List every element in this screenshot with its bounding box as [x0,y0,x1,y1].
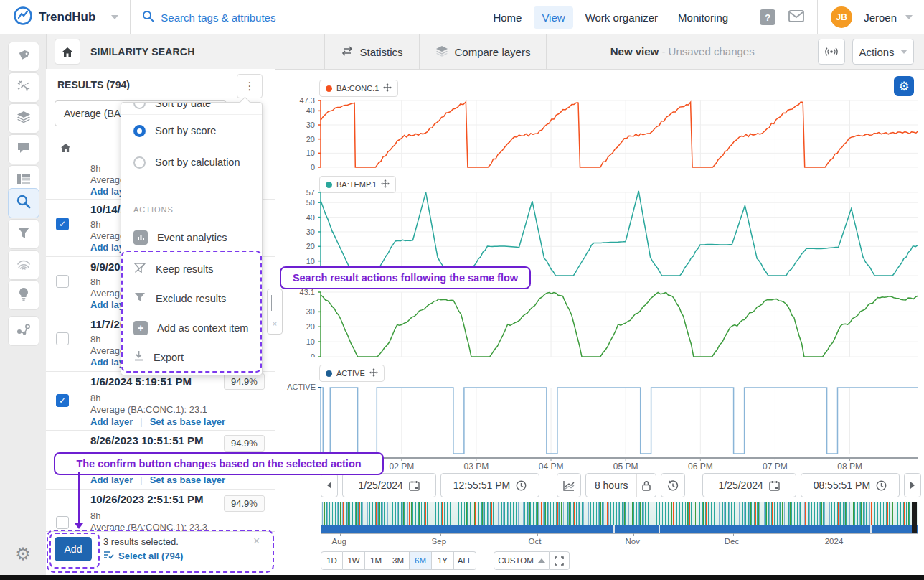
expand-range-button[interactable] [550,551,570,570]
brand-chevron-icon[interactable] [111,15,118,19]
menu-item-sort-by-calculation[interactable]: Sort by calculation [121,146,262,178]
chart-series2[interactable]: 43.13020100 [275,281,924,357]
set-base-layer-link[interactable]: Set as base layer [150,416,226,427]
drag-grip-icon [271,295,278,311]
top-bar: TrendHub Search tags & attributes Home V… [0,0,924,35]
pan-right-button[interactable] [904,473,921,497]
move-icon[interactable] [369,368,378,378]
end-date-field[interactable]: 1/25/2024 [702,473,796,497]
set-base-layer-link[interactable]: Set as base layer [150,474,226,485]
legend-ba-temp1[interactable]: BA:TEMP.1 [319,176,396,193]
live-mode-button[interactable] [818,39,845,65]
month-tick [340,533,341,536]
user-menu-chevron-icon[interactable] [905,15,913,19]
end-time-field[interactable]: 08:55:51 PM [801,473,900,497]
sidebar-item-connections[interactable] [8,316,39,346]
selection-gap [659,525,660,533]
result-checkbox[interactable] [56,516,69,529]
svg-text:0: 0 [311,352,315,357]
fingerprint-icon [16,257,31,273]
zoom-preset-all[interactable]: ALL [454,551,476,570]
actions-button[interactable]: Actions [852,39,914,65]
tab-compare-layers[interactable]: Compare layers [419,34,547,69]
sidebar-item-filter[interactable] [8,219,39,249]
confirm-add-button[interactable]: Add [55,537,92,561]
result-checkbox[interactable] [56,275,69,288]
sidebar-item-layers[interactable] [8,103,39,134]
move-icon[interactable] [383,83,392,93]
zoom-preset-6m[interactable]: 6M [410,551,432,570]
menu-item-add-context[interactable]: + Add as context item [121,313,262,342]
sidebar-item-tags[interactable] [8,42,39,72]
tab-statistics[interactable]: Statistics [324,34,419,69]
trend-compare-button[interactable] [557,473,581,497]
brand[interactable]: TrendHub [0,6,118,29]
month-tick [537,533,538,536]
add-context-icon: + [133,321,148,335]
add-layer-link[interactable]: Add layer [90,474,133,485]
view-bar: SIMILARITY SEARCH Statistics Compare lay… [0,34,924,70]
result-row-duration: 8h [90,276,100,287]
help-icon[interactable]: ? [760,9,776,25]
zoom-preset-1d[interactable]: 1D [321,551,343,570]
chart-settings-button[interactable]: ⚙ [894,76,914,96]
zoom-preset-1m[interactable]: 1M [365,551,387,570]
results-menu-button[interactable]: ⋮ [237,74,263,98]
add-layer-link[interactable]: Add layer [90,416,133,427]
nav-home[interactable]: Home [485,6,529,29]
result-checkbox[interactable] [56,332,69,345]
zoom-preset-3m[interactable]: 3M [387,551,410,570]
menu-item-sort-by-score[interactable]: Sort by score [121,115,262,146]
timeline-overview[interactable] [321,502,918,533]
dismiss-selection-icon[interactable]: × [253,535,260,548]
menu-item-sort-by-date[interactable]: Sort by date [121,103,262,115]
menu-item-exclude-results[interactable]: Exclude results [121,284,262,313]
global-search[interactable]: Search tags & attributes [131,10,275,24]
overview-now-marker [912,502,917,533]
menu-item-keep-results[interactable]: Keep results [121,254,262,284]
nav-view[interactable]: View [534,6,572,29]
search-placeholder: Search tags & attributes [161,11,275,24]
home-button[interactable] [55,39,80,65]
collapse-panel-icon[interactable]: × [268,317,282,330]
avatar[interactable]: JB [831,6,852,28]
annotation-confirm-callout: The confirm button changes based on the … [54,452,384,475]
pan-left-button[interactable] [321,473,338,497]
lock-duration-button[interactable] [636,474,656,497]
mail-icon[interactable] [788,10,804,24]
duration-field[interactable]: 8 hours [585,473,656,497]
panel-resize-handle[interactable]: × [267,289,283,335]
sidebar-item-scatter[interactable] [8,72,39,103]
sidebar-item-settings[interactable]: ⚙ [8,540,38,569]
history-button[interactable] [661,473,685,497]
result-checkbox[interactable]: ✓ [56,394,69,407]
start-time-field[interactable]: 12:55:51 PM [440,473,540,497]
legend-active[interactable]: ACTIVE [319,365,385,382]
nav-monitoring[interactable]: Monitoring [670,6,736,29]
expand-icon [555,556,564,566]
overview-selection-band[interactable] [321,525,918,533]
sidebar-item-fingerprint[interactable] [8,250,39,280]
move-icon[interactable] [381,179,390,190]
menu-item-event-analytics[interactable]: Event analytics [121,220,262,254]
svg-text:06 PM: 06 PM [688,462,713,472]
user-name: Jeroen [864,11,897,24]
export-icon [133,350,144,364]
layers-icon [435,45,448,59]
select-all-link[interactable]: Select all (794) [103,551,183,561]
clock-icon [876,480,887,491]
zoom-preset-1w[interactable]: 1W [343,551,365,570]
trend-icon [563,480,575,491]
custom-range-button[interactable]: CUSTOM [494,551,550,570]
nav-work-organizer[interactable]: Work organizer [578,6,666,29]
sidebar-item-insights[interactable] [8,280,39,310]
legend-ba-conc1[interactable]: BA:CONC.1 [319,80,398,97]
month-tick [733,533,734,536]
sidebar-item-similarity-search[interactable] [8,188,39,218]
svg-text:05 PM: 05 PM [613,462,638,472]
start-date-field[interactable]: 1/25/2024 [342,473,436,497]
sidebar-item-comments[interactable] [8,134,39,164]
menu-item-export[interactable]: Export [121,342,262,372]
result-checkbox[interactable]: ✓ [56,218,69,230]
zoom-preset-1y[interactable]: 1Y [432,551,454,570]
